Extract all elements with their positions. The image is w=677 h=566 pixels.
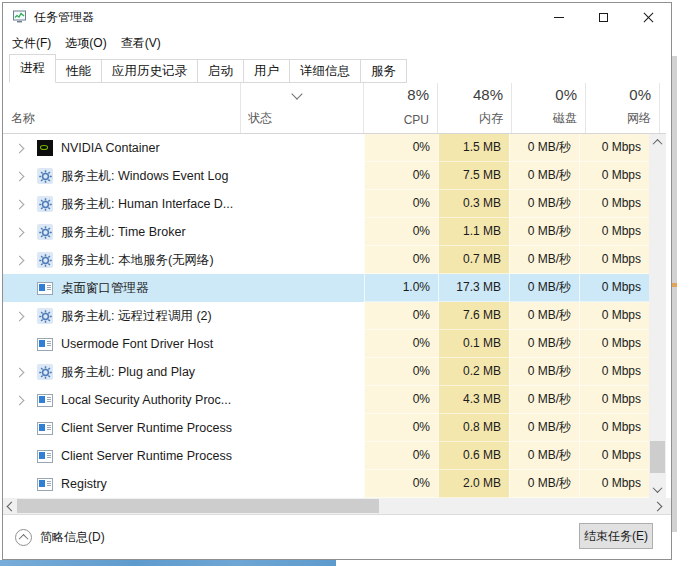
usage-percent: 8% (364, 86, 429, 103)
net-value-cell: 0 Mbps (579, 386, 649, 414)
cpu-value-cell: 0% (364, 302, 438, 330)
expand-chevron-icon[interactable] (16, 313, 37, 320)
column-header-name[interactable]: 名称 (3, 83, 241, 133)
process-row[interactable]: Registry0%2.0 MB0 MB/秒0 Mbps (3, 470, 666, 498)
mem-value-cell: 0.7 MB (438, 246, 509, 274)
process-row[interactable]: NVIDIA Container0%1.5 MB0 MB/秒0 Mbps (3, 134, 666, 162)
process-row[interactable]: 服务主机: Human Interface D...0%0.3 MB0 MB/秒… (3, 190, 666, 218)
fewer-details-toggle[interactable]: 简略信息(D) (15, 529, 105, 546)
process-row[interactable]: 服务主机: 远程过程调用 (2)0%7.6 MB0 MB/秒0 Mbps (3, 302, 666, 330)
tab-服务[interactable]: 服务 (360, 59, 407, 83)
app-window-icon (37, 280, 53, 296)
disk-value-cell: 0 MB/秒 (509, 330, 579, 358)
task-manager-icon (12, 10, 28, 24)
tab-用户[interactable]: 用户 (243, 59, 290, 83)
disk-value-cell: 0 MB/秒 (509, 386, 579, 414)
column-header-CPU[interactable]: 8%CPU (364, 83, 438, 133)
vertical-scrollbar-thumb[interactable] (650, 441, 665, 473)
process-row[interactable]: Usermode Font Driver Host0%0.1 MB0 MB/秒0… (3, 330, 666, 358)
process-name: 服务主机: 远程过程调用 (2) (61, 308, 212, 325)
mem-value-cell: 0.3 MB (438, 190, 509, 218)
process-row[interactable]: 服务主机: 本地服务(无网络)0%0.7 MB0 MB/秒0 Mbps (3, 246, 666, 274)
mem-value-cell: 4.3 MB (438, 386, 509, 414)
cpu-value-cell: 0% (364, 330, 438, 358)
menu-item[interactable]: 文件(F) (5, 31, 58, 56)
tab-应用历史记录[interactable]: 应用历史记录 (101, 59, 198, 83)
usage-percent: 0% (512, 86, 577, 103)
maximize-button[interactable] (581, 3, 626, 31)
chevron-down-icon (291, 88, 302, 99)
tab-启动[interactable]: 启动 (197, 59, 244, 83)
column-header-内存[interactable]: 48%内存 (438, 83, 512, 133)
process-name-cell: 服务主机: Plug and Play (3, 358, 364, 386)
expand-chevron-icon[interactable] (16, 145, 37, 152)
cpu-value-cell: 1.0% (364, 274, 438, 302)
services-gear-icon (37, 196, 53, 212)
app-window-icon (37, 448, 53, 464)
close-button[interactable] (626, 3, 671, 31)
expand-chevron-icon[interactable] (16, 173, 37, 180)
services-gear-icon (37, 308, 53, 324)
minimize-button[interactable] (536, 3, 581, 31)
disk-value-cell: 0 MB/秒 (509, 358, 579, 386)
expand-chevron-icon[interactable] (16, 397, 37, 404)
process-row[interactable]: 服务主机: Time Broker0%1.1 MB0 MB/秒0 Mbps (3, 218, 666, 246)
column-header-status[interactable]: 状态 (241, 83, 364, 133)
cpu-value-cell: 0% (364, 162, 438, 190)
disk-value-cell: 0 MB/秒 (509, 190, 579, 218)
expand-chevron-icon[interactable] (16, 229, 37, 236)
cpu-value-cell: 0% (364, 218, 438, 246)
scroll-up-button[interactable] (649, 134, 666, 151)
menu-item[interactable]: 选项(O) (58, 31, 113, 56)
chevron-left-icon (7, 501, 17, 511)
mem-value-cell: 0.2 MB (438, 358, 509, 386)
scroll-down-button[interactable] (649, 481, 666, 498)
tab-性能[interactable]: 性能 (55, 59, 102, 83)
expand-chevron-icon[interactable] (16, 257, 37, 264)
window-title: 任务管理器 (34, 9, 94, 26)
net-value-cell: 0 Mbps (579, 358, 649, 386)
process-row[interactable]: 桌面窗口管理器1.0%17.3 MB0 MB/秒0 Mbps (3, 274, 666, 302)
chevron-right-icon (653, 501, 663, 511)
process-name-cell: Client Server Runtime Process (3, 414, 364, 442)
mem-value-cell: 7.5 MB (438, 162, 509, 190)
end-task-button[interactable]: 结束任务(E) (579, 523, 653, 549)
disk-value-cell: 0 MB/秒 (509, 274, 579, 302)
menu-bar: 文件(F)选项(O)查看(V) (3, 31, 673, 55)
disk-value-cell: 0 MB/秒 (509, 302, 579, 330)
menu-item[interactable]: 查看(V) (114, 31, 168, 56)
horizontal-scrollbar-thumb[interactable] (17, 499, 379, 513)
column-header-网络[interactable]: 0%网络 (586, 83, 660, 133)
net-value-cell: 0 Mbps (579, 302, 649, 330)
process-name-cell: 服务主机: Human Interface D... (3, 190, 364, 218)
net-value-cell: 0 Mbps (579, 246, 649, 274)
column-header-磁盘[interactable]: 0%磁盘 (512, 83, 586, 133)
process-name: 服务主机: Windows Event Log (61, 168, 228, 185)
process-name-cell: Client Server Runtime Process (3, 442, 364, 470)
process-row[interactable]: 服务主机: Plug and Play0%0.2 MB0 MB/秒0 Mbps (3, 358, 666, 386)
process-name: 服务主机: Human Interface D... (61, 196, 233, 213)
process-name-cell: 服务主机: 远程过程调用 (2) (3, 302, 364, 330)
process-row[interactable]: Local Security Authority Proc...0%4.3 MB… (3, 386, 666, 414)
expand-chevron-icon[interactable] (16, 369, 37, 376)
net-value-cell: 0 Mbps (579, 330, 649, 358)
horizontal-scrollbar[interactable] (3, 498, 671, 514)
process-row[interactable]: Client Server Runtime Process0%0.6 MB0 M… (3, 442, 666, 470)
collapse-circle-icon (15, 529, 32, 546)
process-name-cell: 桌面窗口管理器 (3, 274, 364, 302)
usage-label: 网络 (586, 110, 651, 127)
tab-详细信息[interactable]: 详细信息 (289, 59, 361, 83)
process-row[interactable]: Client Server Runtime Process0%0.8 MB0 M… (3, 414, 666, 442)
chevron-up-icon (653, 139, 663, 149)
process-row[interactable]: 服务主机: Windows Event Log0%7.5 MB0 MB/秒0 M… (3, 162, 666, 190)
process-name-cell: 服务主机: Time Broker (3, 218, 364, 246)
vertical-scrollbar[interactable] (649, 134, 666, 498)
tab-进程[interactable]: 进程 (9, 54, 56, 83)
net-value-cell: 0 Mbps (579, 190, 649, 218)
close-icon (643, 12, 654, 23)
title-bar[interactable]: 任务管理器 (3, 3, 671, 31)
mem-value-cell: 1.5 MB (438, 134, 509, 162)
scroll-right-button[interactable] (649, 498, 666, 514)
app-window-icon (37, 336, 53, 352)
expand-chevron-icon[interactable] (16, 201, 37, 208)
